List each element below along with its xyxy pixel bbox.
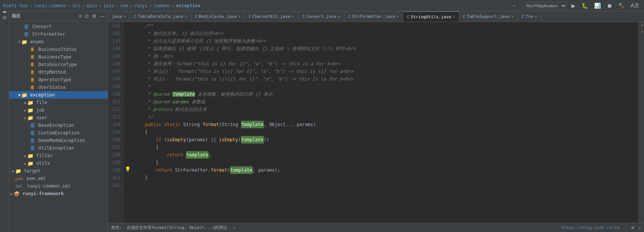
sidebar-item-pom[interactable]: pom pom.xml <box>9 175 108 182</box>
crumb-main[interactable]: main <box>86 3 97 8</box>
sidebar-item-job[interactable]: ▶ 📁 job <box>9 106 108 114</box>
code-line-262 <box>134 181 636 189</box>
sidebar-collapse-all[interactable]: ≡ <box>78 13 82 20</box>
code-line-260: return StrFormatter.format(template, par… <box>134 166 636 174</box>
tab-rediscache[interactable]: C RedisCache.java × <box>191 11 245 22</box>
folder-icon: 📁 <box>27 153 33 159</box>
sidebar-item-baseexception[interactable]: C BaseException <box>9 122 108 129</box>
tabs-bar: java × C TableDataInfo.java × C RedisCac… <box>108 11 644 22</box>
folder-icon: 📁 <box>27 115 33 121</box>
crumb-common[interactable]: common <box>154 3 170 8</box>
code-line-245: * 例：<br> <box>134 52 636 60</box>
sidebar-item-target[interactable]: ▶ 📁 target <box>9 167 108 175</box>
search-text: 在项目文件里format(String, Object...)的用法 <box>127 225 227 230</box>
code-content[interactable]: /** * 格式化文本, {} 表示占位符<br> * 此方法只是简单将占位符 … <box>131 22 639 223</box>
tab-tablesupport-close[interactable]: × <box>511 14 514 19</box>
sidebar-item-utils[interactable]: ▶ 📁 utils <box>9 159 108 167</box>
tab-charsetkit-close[interactable]: × <box>292 14 294 19</box>
tab-tre-label: Tre <box>525 14 533 19</box>
stop-button[interactable]: ⏹ <box>605 2 614 9</box>
tab-tablesupport[interactable]: C TableSupport.java × <box>459 11 518 22</box>
code-line-254: public static String format(String templ… <box>134 121 636 128</box>
sidebar-item-businesstype[interactable]: E BusinessType <box>9 53 108 61</box>
tab-java-close[interactable]: × <box>124 14 126 19</box>
sidebar-scroll-to[interactable]: ⊙ <box>84 13 90 20</box>
sidebar-item-filter[interactable]: ▶ 📁 filter <box>9 152 108 159</box>
profile-button[interactable]: 📊 <box>593 2 602 9</box>
sidebar-tree[interactable]: C Convert C StrFormatter ▼ 📁 enums E Bus… <box>9 21 108 232</box>
tab-rediscache-close[interactable]: × <box>238 14 241 19</box>
panel-tab-structure[interactable]: 结构 <box>1 20 8 26</box>
app-selector[interactable]: RuoYiApplication <box>522 2 567 9</box>
search-label: 查找: <box>111 225 122 230</box>
gutter-warning-icon[interactable]: 💡 <box>125 166 131 172</box>
code-editor: 241 242 243 244 245 246 247 248 249 250 … <box>108 22 644 223</box>
sidebar-item-file[interactable]: ▶ 📁 file <box>9 99 108 106</box>
build-button[interactable]: 🔨 <box>617 2 626 9</box>
sidebar-item-enums[interactable]: ▼ 📁 enums <box>9 38 108 46</box>
tab-strformatter[interactable]: C StrFormatter.java × <box>344 11 403 22</box>
crumb-com[interactable]: com <box>120 3 128 8</box>
class-icon: C <box>24 24 29 29</box>
tab-tablesupport-label: TableSupport.java <box>467 14 510 19</box>
tab-stringutils-close[interactable]: × <box>452 14 455 19</box>
sidebar-settings[interactable]: ⚙ <box>91 13 97 20</box>
code-line-249: * <box>134 83 636 90</box>
sidebar-item-convert[interactable]: C Convert <box>9 23 108 30</box>
sidebar-item-iml[interactable]: iml ruoyi-common.iml <box>9 182 108 190</box>
sidebar-close[interactable]: — <box>99 13 105 20</box>
sidebar-item-customexception[interactable]: C CustomException <box>9 129 108 137</box>
folder-icon: 📁 <box>27 161 33 166</box>
code-line-242: * 格式化文本, {} 表示占位符<br> <box>134 30 636 37</box>
translate-button[interactable]: A文 <box>629 2 641 10</box>
folder-icon: 📁 <box>27 107 33 113</box>
tab-stringutils[interactable]: C StringUtils.java × <box>403 11 459 22</box>
settings-icon[interactable]: ⚙ <box>631 225 634 230</box>
code-line-255: { <box>134 128 636 136</box>
enum-icon: E <box>30 70 35 75</box>
tab-java[interactable]: java × <box>108 11 130 22</box>
enum-icon: E <box>30 55 35 60</box>
back-button[interactable]: ← <box>511 2 519 9</box>
code-line-241: /** <box>134 22 636 30</box>
tab-charsetkit-label: CharsetKit.java <box>252 14 290 19</box>
crumb-java[interactable]: java <box>103 3 114 8</box>
crumb-ruoyi[interactable]: ruoyi <box>134 3 148 8</box>
pom-icon: pom <box>15 176 23 181</box>
search-close-button[interactable]: × <box>233 225 236 230</box>
tab-tre[interactable]: C Tre × <box>518 11 541 22</box>
tab-tabledatainfo-close[interactable]: × <box>184 14 187 19</box>
crumb-ruoyi-vue[interactable]: RuoYi-Vue <box>3 3 28 8</box>
tab-convert[interactable]: C Convert.java × <box>298 11 344 22</box>
panel-tab-project[interactable]: 项目 <box>1 13 8 19</box>
sidebar-item-utilexception[interactable]: C UtilException <box>9 144 108 152</box>
debug-button[interactable]: 🐛 <box>580 2 590 9</box>
sidebar-item-demomodeexception[interactable]: C DemoModeException <box>9 137 108 144</box>
tab-tre-close[interactable]: × <box>535 14 537 19</box>
module-icon: 📦 <box>14 191 20 197</box>
sidebar-item-strformatter[interactable]: C StrFormatter <box>9 30 108 38</box>
crumb-src[interactable]: src <box>72 3 81 8</box>
sidebar-item-businessstatus[interactable]: E BusinessStatus <box>9 46 108 53</box>
run-button[interactable]: ▶ <box>570 2 577 9</box>
crumb-ruoyi-common[interactable]: ruoyi-common <box>33 3 67 8</box>
sidebar-item-ruoyi-framework[interactable]: ▶ 📦 ruoyi-framework <box>9 190 108 197</box>
tab-convert-close[interactable]: × <box>338 14 341 19</box>
sidebar-item-exception[interactable]: ▼ 📁 exception <box>9 91 108 99</box>
class-icon: C <box>30 138 35 143</box>
warning-status-icon: ⚠ <box>638 225 641 230</box>
tab-tabledatainfo[interactable]: C TableDataInfo.java × <box>130 11 191 22</box>
sidebar-item-userstatus[interactable]: E UserStatus <box>9 84 108 91</box>
sidebar-item-user[interactable]: ▶ 📁 user <box>9 114 108 122</box>
sidebar-item-operatortype[interactable]: E OperatorType <box>9 76 108 84</box>
sidebar-item-httpmethod[interactable]: E HttpMethod <box>9 68 108 76</box>
editor-area: java × C TableDataInfo.java × C RedisCac… <box>108 11 644 232</box>
tab-charsetkit[interactable]: C CharsetKit.java × <box>245 11 298 22</box>
status-link[interactable]: https://blog.csdn.ru/id... <box>562 225 627 230</box>
tab-java-label: java <box>112 14 122 19</box>
tab-strformatter-close[interactable]: × <box>397 14 399 19</box>
code-line-258: return template; <box>134 151 636 159</box>
code-line-261: } <box>134 174 636 181</box>
left-panel-tabs: 项目 结构 <box>0 11 9 232</box>
sidebar-item-datasourcetype[interactable]: E DataSourceType <box>9 61 108 68</box>
